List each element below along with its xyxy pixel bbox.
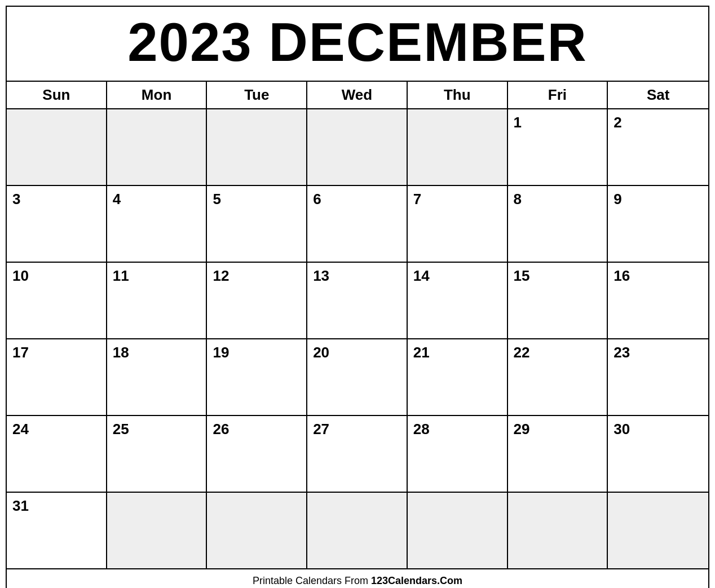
footer-text: Printable Calendars From <box>253 575 371 586</box>
day-cell: 19 <box>207 339 307 415</box>
day-cell <box>608 493 708 568</box>
calendar-footer: Printable Calendars From 123Calendars.Co… <box>7 568 708 588</box>
week-row-1: 12 <box>7 109 708 186</box>
calendar-title: 2023 DECEMBER <box>7 7 708 82</box>
week-row-4: 17181920212223 <box>7 339 708 416</box>
day-cell: 30 <box>608 416 708 492</box>
calendar: 2023 DECEMBER SunMonTueWedThuFriSat 1234… <box>6 6 709 588</box>
day-cell: 22 <box>508 339 608 415</box>
day-number: 15 <box>514 267 530 284</box>
day-cell: 4 <box>107 186 208 262</box>
day-number: 1 <box>514 114 522 131</box>
day-cell: 12 <box>207 263 307 338</box>
day-cell: 8 <box>508 186 608 262</box>
day-header-mon: Mon <box>107 82 208 108</box>
day-number: 3 <box>12 191 20 207</box>
day-cell <box>207 493 307 568</box>
day-cell: 24 <box>7 416 107 492</box>
day-cell <box>408 493 508 568</box>
day-number: 11 <box>113 267 129 284</box>
day-number: 23 <box>614 344 630 361</box>
day-header-wed: Wed <box>307 82 408 108</box>
day-cell: 14 <box>408 263 508 338</box>
day-cell: 29 <box>508 416 608 492</box>
day-cell: 9 <box>608 186 708 262</box>
day-cell <box>207 109 307 185</box>
day-number: 20 <box>313 344 329 361</box>
day-cell: 7 <box>408 186 508 262</box>
day-cell: 6 <box>307 186 408 262</box>
day-cell: 10 <box>7 263 107 338</box>
day-number: 22 <box>514 344 530 361</box>
day-number: 2 <box>614 114 621 131</box>
day-number: 18 <box>113 344 129 361</box>
footer-brand: 123Calendars.Com <box>371 575 462 586</box>
day-header-sat: Sat <box>608 82 708 108</box>
day-number: 26 <box>213 421 229 437</box>
day-cell: 3 <box>7 186 107 262</box>
day-cell: 16 <box>608 263 708 338</box>
day-cell: 2 <box>608 109 708 185</box>
day-cell <box>7 109 107 185</box>
day-number: 30 <box>614 421 630 437</box>
day-cell: 28 <box>408 416 508 492</box>
day-cell: 11 <box>107 263 208 338</box>
day-cell: 18 <box>107 339 208 415</box>
calendar-grid: SunMonTueWedThuFriSat 123456789101112131… <box>7 82 708 568</box>
day-header-thu: Thu <box>408 82 508 108</box>
day-cell: 1 <box>508 109 608 185</box>
day-number: 16 <box>614 267 630 284</box>
day-number: 7 <box>413 191 421 207</box>
day-number: 10 <box>12 267 29 284</box>
day-number: 28 <box>413 421 430 437</box>
day-cell <box>107 493 208 568</box>
day-cell <box>307 493 408 568</box>
day-header-tue: Tue <box>207 82 307 108</box>
week-row-5: 24252627282930 <box>7 416 708 493</box>
week-row-2: 3456789 <box>7 186 708 263</box>
week-row-6: 31 <box>7 493 708 568</box>
day-cell <box>408 109 508 185</box>
day-number: 25 <box>113 421 129 437</box>
day-number: 8 <box>514 191 522 207</box>
day-cell: 15 <box>508 263 608 338</box>
day-cell: 17 <box>7 339 107 415</box>
day-number: 17 <box>12 344 29 361</box>
weeks-container: 1234567891011121314151617181920212223242… <box>7 109 708 568</box>
day-number: 13 <box>313 267 329 284</box>
day-number: 12 <box>213 267 229 284</box>
day-header-fri: Fri <box>508 82 608 108</box>
day-cell <box>508 493 608 568</box>
day-cell: 27 <box>307 416 408 492</box>
day-cell: 31 <box>7 493 107 568</box>
day-number: 5 <box>213 191 220 207</box>
day-headers: SunMonTueWedThuFriSat <box>7 82 708 109</box>
day-number: 27 <box>313 421 329 437</box>
day-cell <box>107 109 208 185</box>
day-cell: 20 <box>307 339 408 415</box>
day-cell: 5 <box>207 186 307 262</box>
day-header-sun: Sun <box>7 82 107 108</box>
day-cell: 25 <box>107 416 208 492</box>
day-number: 31 <box>12 497 29 514</box>
week-row-3: 10111213141516 <box>7 263 708 339</box>
day-number: 6 <box>313 191 321 207</box>
day-number: 14 <box>413 267 430 284</box>
day-number: 29 <box>514 421 530 437</box>
day-cell <box>307 109 408 185</box>
day-cell: 26 <box>207 416 307 492</box>
day-cell: 13 <box>307 263 408 338</box>
day-number: 24 <box>12 421 29 437</box>
day-number: 9 <box>614 191 621 207</box>
day-number: 19 <box>213 344 229 361</box>
day-number: 21 <box>413 344 430 361</box>
day-number: 4 <box>113 191 121 207</box>
day-cell: 23 <box>608 339 708 415</box>
day-cell: 21 <box>408 339 508 415</box>
